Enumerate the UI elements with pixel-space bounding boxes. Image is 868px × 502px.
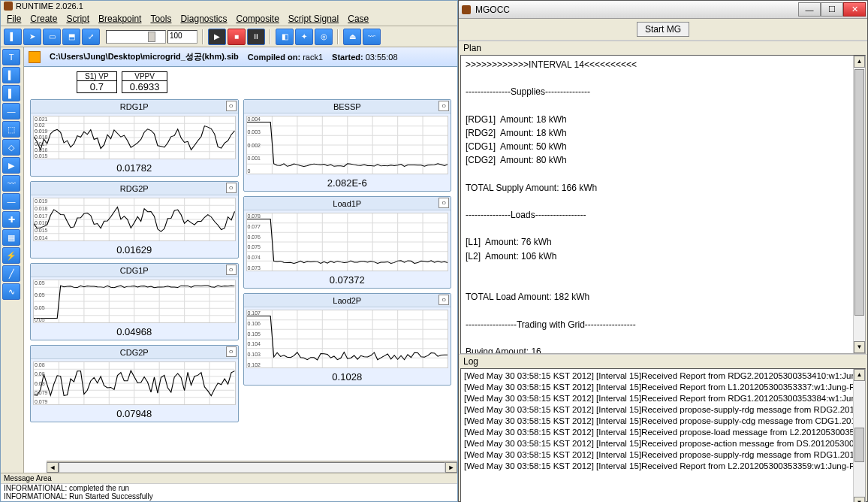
scroll-right-icon[interactable]: ► (445, 462, 457, 473)
play-button[interactable]: ▶ (208, 29, 226, 45)
toolbar-btn-5[interactable]: ⤢ (82, 29, 100, 45)
log-line: [Wed May 30 03:58:15 KST 2012] [Interval… (464, 404, 862, 416)
chart-title: Laod2P (333, 296, 361, 305)
plan-line: -----------------Trading with Grid------… (466, 319, 860, 331)
log-line: [Wed May 30 03:58:15 KST 2012] [Interval… (464, 449, 862, 461)
chart-column-left: RDG1P ○ 0.0210.020.0190.0180.0170.0160.0… (30, 99, 239, 422)
scroll-up-icon[interactable]: ▲ (854, 369, 865, 381)
toolbar-btn-4[interactable]: ⬒ (62, 29, 80, 45)
tool-text[interactable]: T (2, 49, 20, 65)
slider-thumb[interactable] (148, 32, 155, 42)
scroll-down-icon[interactable]: ▼ (854, 497, 865, 502)
log-line: [Wed May 30 03:58:15 KST 2012] [Interval… (464, 382, 862, 393)
menu-case[interactable]: Case (348, 14, 369, 24)
toolbar-btn-c[interactable]: ◎ (315, 29, 333, 45)
log-textarea[interactable]: [Wed May 30 03:58:15 KST 2012] [Interval… (460, 368, 866, 502)
toolbar-btn-d[interactable]: ⏏ (343, 29, 361, 45)
pencil-icon (29, 51, 41, 63)
chart-plot[interactable]: 0.0780.0770.0760.0750.0740.073 (246, 213, 449, 271)
close-button[interactable]: ✕ (843, 2, 866, 17)
plan-textarea[interactable]: >>>>>>>>>>>>INTERVAL 14<<<<<<<<<< ------… (460, 55, 866, 354)
scroll-left-icon[interactable]: ◄ (47, 462, 59, 473)
scroll-thumb[interactable] (854, 69, 864, 316)
tool-d[interactable]: ⬚ (2, 121, 20, 138)
toolbar-btn-2[interactable]: ➤ (23, 29, 41, 45)
chart-plot[interactable]: 0.0210.020.0190.0180.0170.0160.015 (33, 116, 236, 159)
chart-panel-cdg2p: CDG2P ○ 0.080.080.080.0790.079 0.07948 (30, 345, 239, 422)
compiled-label: Compiled on: (248, 53, 300, 62)
log-line: [Wed May 30 03:58:15 KST 2012] [Interval… (464, 416, 862, 427)
message-area: Message Area INFORMATIONAL: completed th… (1, 473, 457, 501)
tool-f[interactable]: ▶ (2, 157, 20, 174)
chart-options-button[interactable]: ○ (226, 346, 237, 357)
chart-current-value: 0.1028 (244, 370, 451, 385)
scroll-up-icon[interactable]: ▲ (854, 56, 865, 68)
y-axis-ticks: 0.1070.1060.1050.1040.1030.102 (248, 310, 261, 367)
value-box-vppv: VPPV 0.6933 (122, 71, 168, 93)
plan-line: ---------------Supplies--------------- (466, 86, 860, 98)
tool-a[interactable]: ▍ (2, 67, 20, 83)
scroll-down-icon[interactable]: ▼ (854, 341, 865, 353)
tool-h[interactable]: — (2, 193, 20, 210)
chart-plot[interactable]: 0.080.080.080.0790.079 (33, 361, 236, 405)
maximize-button[interactable]: ☐ (821, 2, 843, 17)
compiled-value: rack1 (303, 53, 323, 62)
menu-tools[interactable]: Tools (150, 14, 171, 24)
tool-k[interactable]: ⚡ (2, 247, 20, 264)
tool-j[interactable]: ▦ (2, 229, 20, 246)
chart-plot[interactable]: 0.0040.0030.0020.0010 (246, 116, 449, 174)
mgocc-title-text: MGOCC (475, 5, 510, 15)
scroll-thumb[interactable] (854, 428, 864, 462)
toolbar-btn-1[interactable]: ▌ (4, 29, 22, 45)
filepath: C:\Users\Jung\Desktop\microgrid_성공(khm).… (50, 51, 239, 62)
menu-file[interactable]: File (7, 14, 21, 24)
menu-breakpoint[interactable]: Breakpoint (98, 14, 141, 24)
toolbar-btn-b[interactable]: ✦ (295, 29, 313, 45)
stop-button[interactable]: ■ (228, 29, 246, 45)
runtime-window: RUNTIME 2.026.1 File Create Script Break… (0, 0, 458, 502)
tool-g[interactable]: 〰 (2, 175, 20, 192)
menu-create[interactable]: Create (30, 14, 57, 24)
chart-plot[interactable]: 0.0190.0180.0170.0160.0150.014 (33, 198, 236, 241)
vertical-scrollbar[interactable]: ▲ ▼ (853, 369, 865, 502)
tool-l[interactable]: ╱ (2, 265, 20, 282)
plan-line (466, 195, 860, 207)
menu-composite[interactable]: Composite (236, 14, 279, 24)
tool-c[interactable]: — (2, 103, 20, 119)
vertical-scrollbar[interactable]: ▲ ▼ (853, 56, 865, 353)
chart-options-button[interactable]: ○ (439, 198, 449, 208)
chart-plot[interactable]: 0.1070.1060.1050.1040.1030.102 (246, 310, 449, 368)
start-mg-button[interactable]: Start MG (637, 22, 689, 37)
toolbar-btn-e[interactable]: 〰 (363, 29, 381, 45)
canvas-header: C:\Users\Jung\Desktop\microgrid_성공(khm).… (24, 47, 457, 67)
chart-plot[interactable]: 0.050.050.050.05 (33, 280, 236, 323)
horizontal-scrollbar[interactable]: ◄ ► (47, 461, 457, 473)
tool-b[interactable]: ▌ (2, 85, 20, 101)
chart-current-value: 0.01629 (31, 243, 238, 258)
chart-options-button[interactable]: ○ (226, 265, 237, 275)
menu-script-signal[interactable]: Script Signal (288, 14, 339, 24)
chart-current-value: 2.082E-6 (244, 177, 451, 191)
speed-slider[interactable]: 100 (106, 30, 197, 44)
chart-options-button[interactable]: ○ (226, 183, 237, 193)
plan-line: ---------------Loads----------------- (466, 209, 860, 221)
plan-line (466, 222, 860, 234)
chart-panel-rdg2p: RDG2P ○ 0.0190.0180.0170.0160.0150.014 0… (30, 181, 239, 259)
chart-title-row: CDG2P ○ (31, 346, 238, 359)
toolbar-btn-a[interactable]: ◧ (276, 29, 294, 45)
tool-e[interactable]: ◇ (2, 139, 20, 156)
scroll-track[interactable] (59, 462, 445, 473)
pause-button[interactable]: ⏸ (247, 29, 265, 45)
chart-options-button[interactable]: ○ (439, 295, 449, 305)
tool-m[interactable]: ∿ (2, 283, 20, 300)
minimize-button[interactable]: — (798, 2, 821, 17)
tool-i[interactable]: ✚ (2, 211, 20, 228)
menu-script[interactable]: Script (66, 14, 89, 24)
chart-options-button[interactable]: ○ (439, 101, 449, 111)
toolbar-btn-3[interactable]: ▭ (43, 29, 61, 45)
mgocc-window: MGOCC — ☐ ✕ Start MG Plan >>>>>>>>>>>>IN… (458, 0, 868, 502)
chart-title: RDG2P (120, 184, 149, 193)
chart-options-button[interactable]: ○ (226, 101, 237, 111)
menu-diagnostics[interactable]: Diagnostics (180, 14, 227, 24)
log-line: [Wed May 30 03:58:15 KST 2012] [Interval… (464, 370, 862, 382)
